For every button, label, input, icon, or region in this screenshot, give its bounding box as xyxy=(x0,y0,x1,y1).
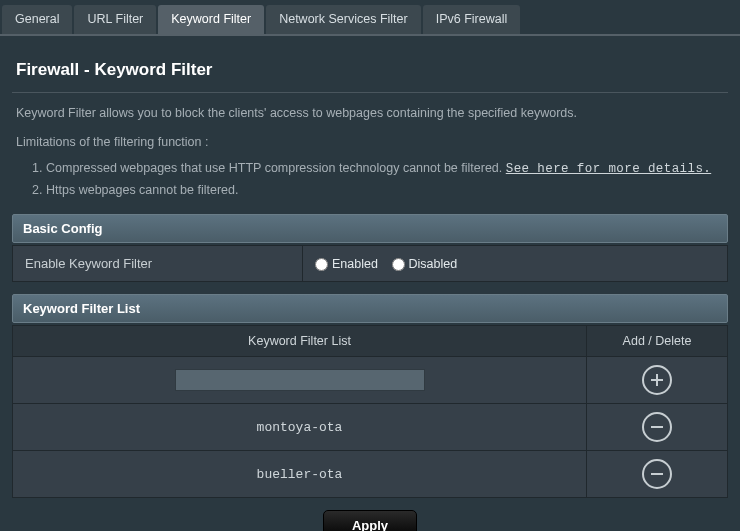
tab-general[interactable]: General xyxy=(2,5,72,35)
page-description: Keyword Filter allows you to block the c… xyxy=(12,99,728,123)
limitation-text: Compressed webpages that use HTTP compre… xyxy=(46,161,506,175)
minus-icon xyxy=(651,473,663,475)
limitation-item: Compressed webpages that use HTTP compre… xyxy=(46,159,728,179)
keyword-cell: montoya-ota xyxy=(13,404,587,451)
col-keyword-list: Keyword Filter List xyxy=(13,326,587,357)
enable-keyword-filter-label: Enable Keyword Filter xyxy=(13,246,303,282)
tab-url-filter[interactable]: URL Filter xyxy=(74,5,156,35)
limitation-item: Https webpages cannot be filtered. xyxy=(46,181,728,200)
disabled-radio[interactable] xyxy=(392,258,405,271)
basic-config-header: Basic Config xyxy=(12,214,728,243)
keyword-cell: bueller-ota xyxy=(13,451,587,498)
delete-button[interactable] xyxy=(642,459,672,489)
tab-bar: General URL Filter Keyword Filter Networ… xyxy=(0,0,740,36)
tab-keyword-filter[interactable]: Keyword Filter xyxy=(158,5,264,35)
enable-keyword-filter-cell: Enabled Disabled xyxy=(303,246,728,282)
basic-config-table: Enable Keyword Filter Enabled Disabled xyxy=(12,245,728,282)
col-add-delete: Add / Delete xyxy=(587,326,728,357)
delete-button[interactable] xyxy=(642,412,672,442)
plus-icon xyxy=(656,374,658,386)
add-button[interactable] xyxy=(642,365,672,395)
keyword-input[interactable] xyxy=(175,369,425,391)
see-details-link[interactable]: See here for more details. xyxy=(506,162,711,176)
keyword-filter-list-header: Keyword Filter List xyxy=(12,294,728,323)
enabled-option[interactable]: Enabled xyxy=(315,257,378,271)
page-title: Firewall - Keyword Filter xyxy=(12,46,728,93)
apply-button[interactable]: Apply xyxy=(323,510,417,531)
enabled-radio[interactable] xyxy=(315,258,328,271)
limitations-list: Compressed webpages that use HTTP compre… xyxy=(12,159,728,201)
limitations-heading: Limitations of the filtering function : xyxy=(12,123,728,153)
tab-ipv6-firewall[interactable]: IPv6 Firewall xyxy=(423,5,521,35)
table-row: montoya-ota xyxy=(13,404,728,451)
table-row-input xyxy=(13,357,728,404)
table-row: bueller-ota xyxy=(13,451,728,498)
minus-icon xyxy=(651,426,663,428)
keyword-filter-list-table: Keyword Filter List Add / Delete montoya… xyxy=(12,325,728,498)
tab-network-services-filter[interactable]: Network Services Filter xyxy=(266,5,421,35)
disabled-option[interactable]: Disabled xyxy=(392,257,458,271)
enabled-label: Enabled xyxy=(332,257,378,271)
disabled-label: Disabled xyxy=(409,257,458,271)
